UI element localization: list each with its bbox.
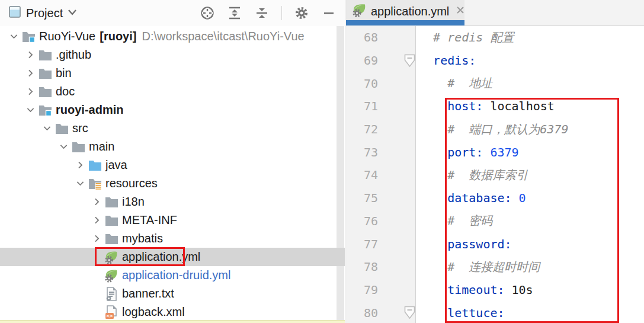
tree-item-mybatis[interactable]: mybatis xyxy=(0,229,345,248)
line-number: 72 xyxy=(346,122,378,136)
code-text[interactable]: database: 0 xyxy=(416,191,526,205)
tree-item-label: i18n xyxy=(122,195,145,209)
tree-item-main[interactable]: main xyxy=(0,137,345,156)
tree-item-label: main xyxy=(89,140,114,153)
tree-item-src[interactable]: src xyxy=(0,119,345,137)
collapse-all-icon xyxy=(254,5,270,21)
code-text[interactable]: # 端口，默认为6379 xyxy=(416,121,568,137)
line-number: 76 xyxy=(346,214,378,228)
editor-line-74: 74 # 数据库索引 xyxy=(346,164,644,187)
editor-tab-bar: application.yml xyxy=(346,0,644,26)
tree-item-bin[interactable]: bin xyxy=(0,64,345,82)
chevron-down-icon[interactable] xyxy=(23,103,38,117)
tree-item-ruoyi-vue[interactable]: RuoYi-Vue[ruoyi]D:\workspace\itcast\RuoY… xyxy=(0,27,345,46)
code-text[interactable]: password: xyxy=(416,237,512,251)
line-number: 73 xyxy=(346,145,378,159)
fold-gutter xyxy=(378,95,416,118)
chevron-down-icon xyxy=(68,8,77,18)
folder-icon xyxy=(38,49,52,62)
tree-item-label: application.yml xyxy=(122,250,200,264)
spring-yml-file-icon xyxy=(104,251,118,264)
fold-marker-icon[interactable] xyxy=(378,49,416,72)
project-view-selector[interactable]: Project xyxy=(8,5,77,21)
tree-item-doc[interactable]: doc xyxy=(0,82,345,101)
line-number: 75 xyxy=(346,191,378,205)
code-text[interactable]: # 数据库索引 xyxy=(416,167,528,183)
chevron-right-icon[interactable] xyxy=(23,66,38,81)
toolbar-separator xyxy=(281,6,282,20)
chevron-down-icon[interactable] xyxy=(6,30,21,44)
project-panel-title: Project xyxy=(26,7,63,20)
chevron-spacer xyxy=(89,250,104,264)
tree-item-application-yml[interactable]: application.yml xyxy=(0,248,345,266)
chevron-spacer xyxy=(89,287,104,301)
chevron-right-icon[interactable] xyxy=(23,48,38,62)
tree-item-banner-txt[interactable]: banner.txt xyxy=(0,284,345,303)
chevron-right-icon[interactable] xyxy=(89,232,104,246)
settings-button[interactable] xyxy=(294,5,309,21)
folder-icon xyxy=(104,196,118,209)
tree-item-label: RuoYi-Vue xyxy=(39,30,95,43)
fold-gutter xyxy=(378,72,416,95)
folder-icon xyxy=(38,85,52,98)
tree-item--github[interactable]: .github xyxy=(0,46,345,64)
collapse-all-button[interactable] xyxy=(254,5,270,21)
tree-item-java[interactable]: java xyxy=(0,156,345,174)
code-text[interactable]: lettuce: xyxy=(416,306,505,320)
code-text[interactable]: # 地址 xyxy=(416,75,492,91)
folder-icon xyxy=(71,140,85,153)
panel-bottom-strip xyxy=(0,320,345,323)
svg-text:<>: <> xyxy=(107,313,113,319)
tree-item-label: .github xyxy=(56,48,91,62)
minus-icon xyxy=(322,7,335,20)
line-number: 78 xyxy=(346,260,378,274)
code-text[interactable]: # redis 配置 xyxy=(416,30,514,46)
text-file-icon xyxy=(104,287,118,300)
tree-item-label: banner.txt xyxy=(122,287,174,300)
tree-item-label: resources xyxy=(105,177,158,190)
tree-item-ruoyi-admin[interactable]: ruoyi-admin xyxy=(0,101,345,119)
code-text[interactable]: # 密码 xyxy=(416,213,492,229)
chevron-right-icon[interactable] xyxy=(72,158,88,172)
tree-item-application-druid-yml[interactable]: application-druid.yml xyxy=(0,266,345,284)
line-number: 69 xyxy=(346,53,378,68)
chevron-right-icon[interactable] xyxy=(89,195,104,209)
hide-panel-button[interactable] xyxy=(321,5,337,21)
tab-title: application.yml xyxy=(371,5,449,18)
expand-all-button[interactable] xyxy=(227,5,242,21)
code-text[interactable]: port: 6379 xyxy=(416,145,519,159)
fold-gutter xyxy=(378,255,416,279)
tree-item-i18n[interactable]: i18n xyxy=(0,193,345,211)
code-text[interactable]: timeout: 10s xyxy=(416,283,533,297)
tree-item-resources[interactable]: resources xyxy=(0,174,345,193)
close-icon[interactable] xyxy=(455,5,466,18)
xml-file-icon: <> xyxy=(104,306,118,319)
module-folder-icon xyxy=(38,104,52,117)
fold-marker-icon[interactable] xyxy=(378,301,416,323)
fold-gutter xyxy=(378,26,416,49)
line-number: 71 xyxy=(346,99,378,113)
code-text[interactable]: host: localhost xyxy=(416,99,555,113)
active-tab-underline xyxy=(346,20,464,25)
chevron-spacer xyxy=(89,305,104,319)
resources-folder-icon xyxy=(88,177,102,190)
tree-item-logback-xml[interactable]: <> logback.xml xyxy=(0,303,345,321)
tree-item-label: java xyxy=(105,158,127,172)
fold-gutter xyxy=(378,164,416,187)
project-root-folder-icon xyxy=(21,30,36,43)
locate-file-button[interactable] xyxy=(200,5,215,21)
line-number: 80 xyxy=(346,306,378,320)
fold-gutter xyxy=(378,279,416,302)
sources-folder-icon xyxy=(88,159,102,172)
chevron-right-icon[interactable] xyxy=(23,85,38,99)
chevron-down-icon[interactable] xyxy=(39,121,55,136)
tree-item-label: logback.xml xyxy=(122,305,185,319)
editor-line-75: 75 database: 0 xyxy=(346,187,644,210)
line-number: 74 xyxy=(346,168,378,182)
chevron-down-icon[interactable] xyxy=(56,140,71,154)
chevron-down-icon[interactable] xyxy=(72,177,88,191)
chevron-right-icon[interactable] xyxy=(89,213,104,228)
code-text[interactable]: # 连接超时时间 xyxy=(416,259,540,275)
tree-item-meta-inf[interactable]: META-INF xyxy=(0,211,345,229)
code-text[interactable]: redis: xyxy=(416,53,476,68)
